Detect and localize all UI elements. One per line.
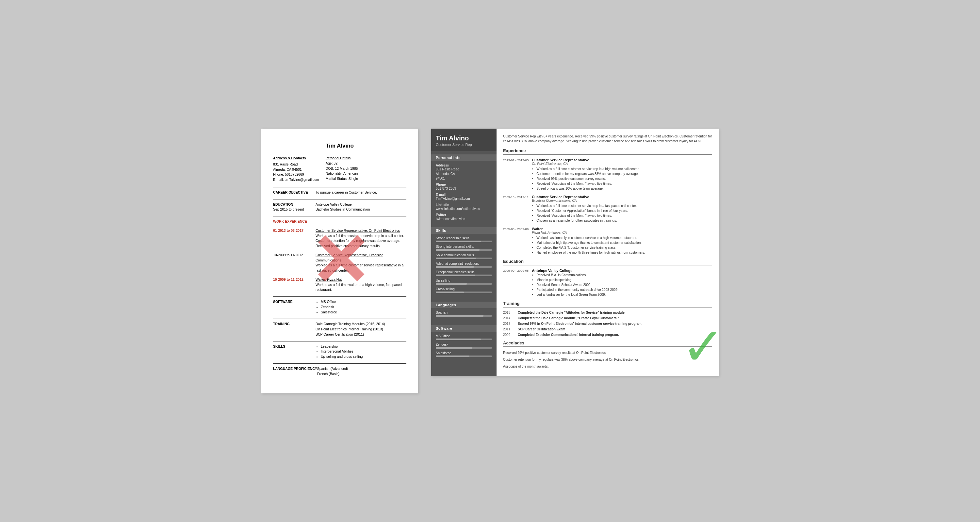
training-desc-1: Completed the Dale Carnegie "Attitudes f… (518, 311, 712, 314)
twitter-label: Twitter (436, 213, 492, 217)
soft-label-3: Salesforce (436, 351, 492, 355)
accolade-3: Associate of the month awards. (503, 364, 712, 369)
exp-bullets-3: Worked passionately in customer service … (532, 235, 712, 255)
exp-company-2: Excelsior Communications, CA (532, 199, 712, 202)
divider4 (273, 297, 406, 297)
career-label: CAREER OBJECTIVE (273, 190, 315, 195)
training-year-2: 2014 (503, 316, 514, 320)
accolades-header: Accolades (503, 341, 712, 347)
exp-bullets-1: Worked as a full time customer service r… (532, 167, 712, 191)
edu-bullet-1-2: Minor in public speaking. (536, 278, 712, 282)
summary-text: Customer Service Rep with 8+ years exper… (503, 134, 712, 144)
exp-company-1: On Point Electronics, CA (532, 162, 712, 165)
exp-bullet-2-4: Chosen as an example for other associate… (536, 218, 712, 223)
exp-company-3: Pizza Hut, Antelope, CA (532, 231, 712, 235)
address-line2: Alameda, CA (436, 172, 492, 176)
main-container: ✕ Tim Alvino Address & Contacts 831 Rasl… (261, 129, 719, 394)
left-personal-line3: Nationality: American (326, 171, 406, 176)
experience-header: Experience (503, 148, 712, 155)
exp-bullet-3-4: Named employee of the month three times … (536, 250, 712, 255)
software-row: SOFTWARE MS Office Zendesk Salesforce (273, 299, 406, 315)
education-row: EDUCATION Sep 2015 to present Antelope V… (273, 202, 406, 213)
skill-2: Strong interpersonal skills. (436, 245, 492, 251)
work-desc-3: Worked as a full time waiter at a high-v… (315, 282, 406, 293)
work-item-2: 10-2009 to 11-2012 Customer Service Repr… (273, 253, 406, 273)
software-header: Software (431, 325, 496, 332)
skill-label-2: Strong interpersonal skills. (436, 245, 492, 248)
training-item-4: 2011 SCP Career Certification Exam (503, 327, 712, 331)
skills-header: Skills (431, 227, 496, 234)
left-personal-line2: DOB: 12 March 1985 (326, 166, 406, 171)
address-label: Address (436, 163, 492, 167)
skill-label-5: Exceptional telesales skills. (436, 270, 492, 274)
left-address-line1: 831 Rasle Road (273, 162, 319, 167)
work-title-3: Waiter, Pizza Hut (315, 278, 342, 281)
exp-date-1: 2013-01 - 2017-03 (503, 158, 528, 191)
skill-7: Cross-selling (436, 287, 492, 293)
skills-list: Leadership Interpersonal Abilities Up-se… (315, 344, 406, 359)
skill-label-1: Strong leadership skills. (436, 236, 492, 240)
edu-school-1: Antelope Valley College (532, 269, 712, 273)
training-year-3: 2013 (503, 322, 514, 325)
right-name-block: Tim Alvino Customer Service Rep (431, 129, 496, 151)
email-value: TimTAlvino@gmail.com (436, 197, 492, 201)
training-desc-4: SCP Career Certification Exam (518, 327, 712, 331)
left-name: Tim Alvino (273, 142, 406, 150)
edu-bullet-1-1: Received B.A. in Communications. (536, 273, 712, 278)
linkedin-value: www.linkedin.com/in/tim-alvino (436, 207, 492, 211)
skill-label-4: Adept at complaint resolution. (436, 262, 492, 265)
skill-4: Adept at complaint resolution. (436, 262, 492, 268)
work-title-1: Customer Service Representative, On Poin… (315, 228, 400, 232)
accolade-2: Customer retention for my regulars was 3… (503, 357, 712, 362)
exp-bullet-1-1: Worked as a full time customer service r… (536, 167, 712, 171)
skill-item-1: Leadership (321, 344, 406, 349)
divider2 (273, 199, 406, 200)
divider3 (273, 216, 406, 216)
skill-6: Up-selling (436, 279, 492, 285)
skills-label: SKILLS (273, 344, 315, 349)
divider7 (273, 363, 406, 364)
skill-label-6: Up-selling (436, 279, 492, 282)
edu-date-1: 2005-09 - 2009-05 (503, 269, 528, 297)
language-row: LANGUAGE PROFICIENCY Spanish (Advanced) … (273, 366, 406, 377)
left-address-header: Address & Contacts (273, 156, 319, 161)
skill-1: Strong leadership skills. (436, 236, 492, 242)
right-sidebar: Tim Alvino Customer Service Rep Personal… (431, 129, 496, 376)
right-name: Tim Alvino (436, 135, 492, 142)
phone-value: 501-873-2669 (436, 186, 492, 191)
email-label: E-mail (436, 193, 492, 197)
training-item-2: On Point Electronics Internal Training (… (315, 327, 406, 332)
soft-1: MS Office (436, 334, 492, 340)
training-year-4: 2011 (503, 327, 514, 331)
linkedin-label: LinkedIn (436, 203, 492, 207)
edu-bullets-1: Received B.A. in Communications. Minor i… (532, 273, 712, 297)
exp-date-3: 2005-06 - 2009-09 (503, 227, 528, 255)
languages-section: Languages Spanish (431, 298, 496, 322)
exp-item-1: 2013-01 - 2017-03 Customer Service Repre… (503, 158, 712, 191)
skill-5: Exceptional telesales skills. (436, 270, 492, 276)
software-item-1: MS Office (321, 299, 406, 305)
soft-3: Salesforce (436, 351, 492, 357)
training-item-3: 2013 Scored 97% in On Point Electronics'… (503, 322, 712, 325)
exp-bullet-2-1: Worked as a full time customer service r… (536, 203, 712, 208)
edu-bullet-1-5: Led a fundraiser for the local Green Tea… (536, 292, 712, 297)
exp-bullet-3-3: Completed the F.A.S.T. customer service … (536, 245, 712, 250)
exp-title-3: Waiter (532, 227, 712, 231)
soft-2: Zendesk (436, 343, 492, 349)
skills-section: Skills Strong leadership skills. Strong … (431, 224, 496, 298)
edu-bullet-1-3: Received Senior Scholar Award 2009. (536, 282, 712, 287)
career-text: To pursue a career in Customer Service. (315, 190, 377, 194)
edu-item-1: 2005-09 - 2009-05 Antelope Valley Colleg… (503, 269, 712, 297)
accolade-1: Received 99% positive customer survey re… (503, 350, 712, 355)
language-item-2: French (Basic) (317, 371, 406, 377)
work-date-3: 10-2009 to 11-2012 (273, 278, 304, 281)
exp-bullet-3-1: Worked passionately in customer service … (536, 235, 712, 240)
soft-label-2: Zendesk (436, 343, 492, 346)
skill-item-3: Up-selling and cross-selling (321, 354, 406, 359)
exp-bullet-1-2: Customer retention for my regulars was 3… (536, 171, 712, 176)
personal-info-section: Personal Info Address 831 Rasle Road Ala… (431, 151, 496, 224)
work-title-2: Customer Service Representative, Excelsi… (315, 253, 382, 262)
career-row: CAREER OBJECTIVE To pursue a career in C… (273, 190, 406, 195)
work-section: WORK EXPERIENCE (273, 219, 406, 224)
exp-title-1: Customer Service Representative (532, 158, 712, 162)
